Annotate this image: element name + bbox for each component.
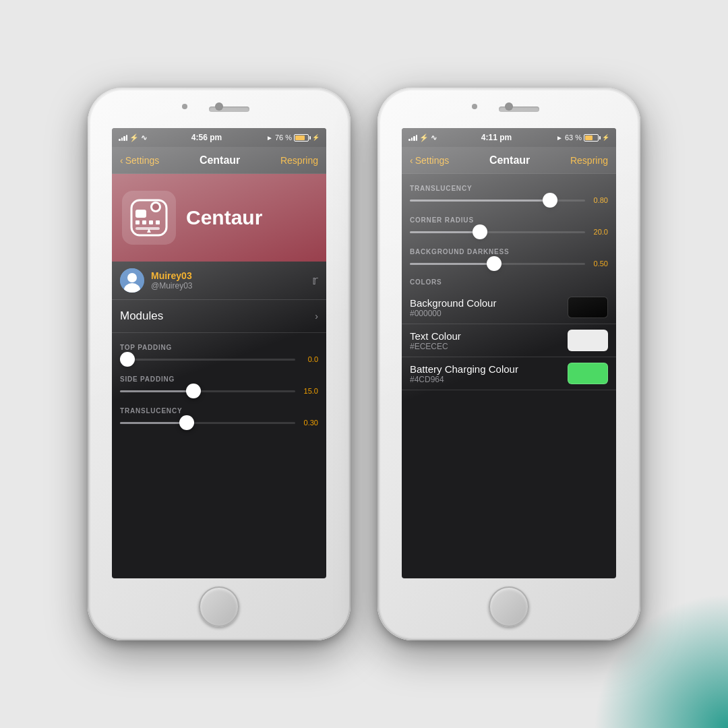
svg-rect-5 — [142, 220, 146, 224]
bar4 — [126, 135, 128, 141]
phone-top-1 — [88, 88, 351, 128]
location-icon-2: ► — [556, 134, 563, 142]
wifi-icon-2: ∿ — [431, 133, 437, 142]
svg-rect-6 — [149, 220, 153, 224]
color-row-text[interactable]: Text Colour #ECECEC — [402, 324, 616, 357]
side-padding-track-row: 15.0 — [120, 387, 318, 395]
signal-bars-1 — [119, 134, 127, 141]
modules-row[interactable]: Modules › — [112, 300, 326, 333]
side-padding-label: SIDE PADDING — [120, 375, 318, 383]
app-icon: ▲ — [122, 191, 176, 245]
colors-list: Background Colour #000000 Text Colour #E… — [402, 291, 616, 390]
text-color-swatch[interactable] — [568, 330, 608, 351]
slider-top-padding: TOP PADDING 0.0 — [120, 340, 318, 371]
author-handle: @Muirey03 — [151, 281, 193, 291]
app-icon-svg: ▲ — [129, 198, 169, 238]
front-camera-2 — [472, 104, 477, 109]
translucency-label-1: TRANSLUCENCY — [120, 407, 318, 415]
bg-darkness-value: 0.50 — [589, 260, 608, 268]
battery-icon-1: ⚡ — [294, 134, 320, 142]
back-label-2[interactable]: Settings — [415, 155, 450, 166]
home-button-1[interactable] — [199, 586, 239, 627]
translucency-track-2[interactable] — [410, 200, 585, 202]
translucency-track-row-1: 0.30 — [120, 419, 318, 427]
settings-section-1: TOP PADDING 0.0 SIDE PADDING — [112, 333, 326, 435]
translucency-track-1[interactable] — [120, 422, 295, 424]
side-padding-track[interactable] — [120, 390, 295, 392]
bar3-2 — [413, 136, 415, 141]
side-padding-value: 15.0 — [299, 387, 318, 395]
side-padding-thumb[interactable] — [186, 384, 201, 398]
slider-corner-radius: CORNER RADIUS 20.0 — [410, 212, 608, 244]
translucency-label-2: TRANSLUCENCY — [410, 185, 608, 192]
status-bar-1: ⚡ ∿ 4:56 pm ► 76% ⚡ — [112, 128, 326, 147]
settings-section-2: TRANSLUCENCY 0.80 CORNER RADIUS — [402, 174, 616, 286]
camera-2 — [505, 102, 513, 111]
nav-bar-2: ‹ Settings Centaur Respring — [402, 147, 616, 174]
back-button-2[interactable]: ‹ Settings — [410, 155, 449, 166]
home-button-2[interactable] — [489, 586, 529, 627]
slider-side-padding: SIDE PADDING 15.0 — [120, 371, 318, 403]
status-right-2: ► 63% ⚡ — [556, 133, 609, 142]
color-row-battery[interactable]: Battery Charging Colour #4CD964 — [402, 357, 616, 390]
status-left-1: ⚡ ∿ — [119, 133, 147, 142]
screen-2: ⚡ ∿ 4:11 pm ► 63% ⚡ — [402, 128, 616, 578]
phone-2: ⚡ ∿ 4:11 pm ► 63% ⚡ — [377, 88, 640, 640]
signal-bars-2 — [408, 134, 417, 141]
twitter-icon[interactable]: 𝕣 — [312, 273, 318, 288]
top-padding-value: 0.0 — [299, 355, 318, 363]
translucency-thumb-2[interactable] — [543, 193, 557, 208]
color-row-background[interactable]: Background Colour #000000 — [402, 291, 616, 324]
top-padding-thumb[interactable] — [120, 352, 135, 367]
back-button-1[interactable]: ‹ Settings — [120, 155, 159, 166]
colors-section-label: COLORS — [410, 278, 608, 286]
text-color-hex: #ECECEC — [410, 342, 461, 351]
battery-pct-2: 63 — [565, 133, 573, 142]
back-label-1[interactable]: Settings — [125, 155, 160, 166]
color-info-text: Text Colour #ECECEC — [410, 330, 461, 351]
translucency-track-row-2: 0.80 — [410, 196, 608, 204]
modules-label: Modules — [120, 309, 163, 323]
top-padding-track[interactable] — [120, 359, 295, 361]
time-2: 4:11 pm — [481, 133, 512, 142]
slider-translucency-1: TRANSLUCENCY 0.30 — [120, 403, 318, 435]
location-icon-1: ► — [266, 134, 273, 142]
slider-translucency-2: TRANSLUCENCY 0.80 — [410, 181, 608, 212]
phone-top-2 — [377, 88, 640, 128]
corner-radius-thumb[interactable] — [473, 224, 487, 239]
chevron-right-icon: › — [315, 311, 318, 322]
bg-color-label: Background Colour — [410, 297, 496, 309]
top-padding-label: TOP PADDING — [120, 344, 318, 351]
bg-darkness-thumb[interactable] — [487, 256, 502, 271]
svg-point-3 — [152, 204, 159, 210]
bg-darkness-track[interactable] — [410, 263, 585, 265]
author-avatar — [120, 268, 144, 293]
bar2 — [121, 138, 123, 141]
chevron-left-icon-1: ‹ — [120, 155, 123, 166]
status-right-1: ► 76% ⚡ — [266, 133, 320, 142]
translucency-value-2: 0.80 — [589, 196, 608, 204]
translucency-thumb-1[interactable] — [179, 415, 194, 430]
battery-icon-2: ⚡ — [584, 134, 609, 142]
battery-pct-1: 76 — [275, 133, 283, 142]
respring-button-1[interactable]: Respring — [280, 155, 318, 166]
screen-1: ⚡ ∿ 4:56 pm ► 76% ⚡ — [112, 128, 326, 578]
respring-button-2[interactable]: Respring — [570, 155, 608, 166]
bg-darkness-label: BACKGROUND DARKNESS — [410, 248, 608, 255]
app-name: Centaur — [186, 206, 262, 229]
svg-point-11 — [127, 273, 137, 282]
svg-rect-4 — [135, 220, 140, 224]
author-section: Muirey03 @Muirey03 𝕣 — [112, 262, 326, 300]
corner-radius-label: CORNER RADIUS — [410, 216, 608, 224]
nav-title-2: Centaur — [489, 154, 530, 166]
corner-radius-track[interactable] — [410, 231, 585, 233]
top-padding-track-row: 0.0 — [120, 355, 318, 363]
slider-bg-darkness: BACKGROUND DARKNESS 0.50 — [410, 244, 608, 276]
svg-rect-7 — [156, 220, 160, 224]
nav-bar-1: ‹ Settings Centaur Respring — [112, 147, 326, 174]
bg-darkness-track-row: 0.50 — [410, 260, 608, 268]
battery-color-swatch[interactable] — [568, 363, 608, 384]
color-info-bg: Background Colour #000000 — [410, 297, 496, 318]
bar2-2 — [411, 138, 413, 141]
bg-color-swatch[interactable] — [568, 297, 608, 318]
